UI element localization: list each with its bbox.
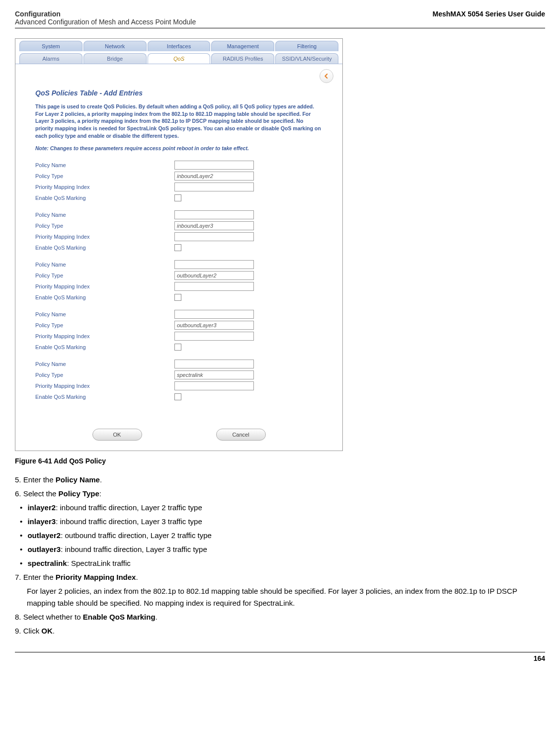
label-priority-mapping: Priority Mapping Index xyxy=(35,234,174,240)
checkbox-enable-qos[interactable] xyxy=(174,344,181,351)
step-6: 6. Select the Policy Type: xyxy=(15,488,545,500)
label-policy-type: Policy Type xyxy=(35,372,174,378)
label-policy-name: Policy Name xyxy=(35,162,174,168)
form-row-enable-qos: Enable QoS Marking xyxy=(35,243,322,253)
label-priority-mapping: Priority Mapping Index xyxy=(35,333,174,339)
bullet-rest: : inbound traffic direction, Layer 2 tra… xyxy=(56,503,202,512)
form-row-policy-name: Policy Name xyxy=(35,160,322,170)
input-policy-type[interactable] xyxy=(174,370,254,379)
form-row-policy-type: Policy Type xyxy=(35,320,322,330)
tab-qos[interactable]: QoS xyxy=(148,53,211,64)
tab-management[interactable]: Management xyxy=(211,41,274,51)
input-priority-mapping[interactable] xyxy=(174,182,254,191)
content-area: QoS Policies Table - Add Entries This pa… xyxy=(15,83,342,419)
checkbox-enable-qos[interactable] xyxy=(174,194,181,201)
input-priority-mapping[interactable] xyxy=(174,381,254,390)
form-row-enable-qos: Enable QoS Marking xyxy=(35,392,322,402)
label-policy-type: Policy Type xyxy=(35,322,174,328)
input-policy-type[interactable] xyxy=(174,321,254,330)
step-8-suffix: . xyxy=(156,613,158,621)
cancel-button[interactable]: Cancel xyxy=(216,429,266,441)
button-row: OK Cancel xyxy=(15,419,342,451)
bullet-outlayer3: outlayer3: inbound traffic direction, La… xyxy=(27,544,545,555)
input-priority-mapping[interactable] xyxy=(174,232,254,241)
label-enable-qos: Enable QoS Marking xyxy=(35,344,174,350)
step-9-prefix: 9. Click xyxy=(15,627,41,635)
bullet-bold: spectralink xyxy=(27,559,67,567)
input-policy-name[interactable] xyxy=(174,161,254,170)
tab-interfaces[interactable]: Interfaces xyxy=(148,41,211,51)
form-row-enable-qos: Enable QoS Marking xyxy=(35,342,322,352)
input-policy-type[interactable] xyxy=(174,172,254,181)
page-footer: 164 xyxy=(15,652,545,662)
policy-group: Policy Name Policy Type Priority Mapping… xyxy=(35,309,322,352)
input-priority-mapping[interactable] xyxy=(174,332,254,341)
step-7-bold: Priority Mapping Index xyxy=(56,573,136,581)
policy-group: Policy Name Policy Type Priority Mapping… xyxy=(35,260,322,302)
doc-steps: 5. Enter the Policy Name. 6. Select the … xyxy=(15,474,545,637)
step-6-suffix: : xyxy=(99,489,101,498)
step-6-prefix: 6. Select the xyxy=(15,489,59,498)
tab-ssid-vlan-security[interactable]: SSID/VLAN/Security xyxy=(275,53,338,64)
input-policy-name[interactable] xyxy=(174,360,254,368)
form-row-priority-mapping: Priority Mapping Index xyxy=(35,281,322,291)
bullet-rest: : inbound traffic direction, Layer 3 tra… xyxy=(56,517,202,526)
label-enable-qos: Enable QoS Marking xyxy=(35,294,174,300)
policy-group: Policy Name Policy Type Priority Mapping… xyxy=(35,359,322,402)
input-policy-type[interactable] xyxy=(174,221,254,230)
sub-tabs-row: Alarms Bridge QoS RADIUS Profiles SSID/V… xyxy=(15,51,342,64)
label-policy-type: Policy Type xyxy=(35,173,174,179)
step-5: 5. Enter the Policy Name. xyxy=(15,474,545,486)
checkbox-enable-qos[interactable] xyxy=(174,294,181,301)
step-5-prefix: 5. Enter the xyxy=(15,475,56,484)
input-policy-name[interactable] xyxy=(174,310,254,319)
step-5-suffix: . xyxy=(100,475,102,484)
step-8-bold: Enable QoS Marking xyxy=(83,613,156,621)
back-arrow-icon xyxy=(322,72,330,80)
tab-alarms[interactable]: Alarms xyxy=(19,53,82,64)
form-row-policy-type: Policy Type xyxy=(35,271,322,280)
label-enable-qos: Enable QoS Marking xyxy=(35,195,174,201)
form-row-policy-name: Policy Name xyxy=(35,309,322,319)
label-enable-qos: Enable QoS Marking xyxy=(35,394,174,400)
input-policy-name[interactable] xyxy=(174,260,254,269)
app-screenshot: System Network Interfaces Management Fil… xyxy=(15,38,343,451)
bullet-bold: inlayer2 xyxy=(27,503,56,512)
step-7-prefix: 7. Enter the xyxy=(15,573,56,581)
form-row-policy-type: Policy Type xyxy=(35,221,322,231)
bullet-bold: inlayer3 xyxy=(27,517,56,526)
policy-group: Policy Name Policy Type Priority Mapping… xyxy=(35,210,322,253)
tab-system[interactable]: System xyxy=(19,41,82,51)
checkbox-enable-qos[interactable] xyxy=(174,244,181,251)
form-row-policy-type: Policy Type xyxy=(35,171,322,181)
step-5-bold: Policy Name xyxy=(56,475,100,484)
bullet-rest: : SpectraLink traffic xyxy=(67,559,131,567)
step-7: 7. Enter the Priority Mapping Index. xyxy=(15,571,545,583)
form-row-priority-mapping: Priority Mapping Index xyxy=(35,182,322,192)
top-tabs-row: System Network Interfaces Management Fil… xyxy=(15,39,342,51)
tab-bridge[interactable]: Bridge xyxy=(83,53,147,64)
bullet-spectralink: spectralink: SpectraLink traffic xyxy=(27,557,545,569)
bullet-outlayer2: outlayer2: outbound traffic direction, L… xyxy=(27,530,545,542)
form-row-policy-name: Policy Name xyxy=(35,260,322,270)
form-row-priority-mapping: Priority Mapping Index xyxy=(35,232,322,242)
tab-radius-profiles[interactable]: RADIUS Profiles xyxy=(211,53,274,64)
form-row-enable-qos: Enable QoS Marking xyxy=(35,193,322,203)
header-left: Configuration Advanced Configuration of … xyxy=(15,10,196,26)
ok-button[interactable]: OK xyxy=(92,429,142,441)
header-right: MeshMAX 5054 Series User Guide xyxy=(433,10,545,18)
tab-network[interactable]: Network xyxy=(83,41,147,51)
step-7-detail: For layer 2 policies, an index from the … xyxy=(27,585,545,609)
input-policy-type[interactable] xyxy=(174,271,254,280)
header-subtitle: Advanced Configuration of Mesh and Acces… xyxy=(15,18,196,26)
input-policy-name[interactable] xyxy=(174,210,254,219)
back-button[interactable] xyxy=(320,69,333,83)
bullet-rest: : outbound traffic direction, Layer 2 tr… xyxy=(61,531,212,540)
checkbox-enable-qos[interactable] xyxy=(174,393,181,400)
tab-filtering[interactable]: Filtering xyxy=(275,41,338,51)
bullet-inlayer2: inlayer2: inbound traffic direction, Lay… xyxy=(27,502,545,514)
bullet-rest: : inbound traffic direction, Layer 3 tra… xyxy=(61,545,207,553)
policy-group: Policy Name Policy Type Priority Mapping… xyxy=(35,160,322,203)
content-description: This page is used to create QoS Policies… xyxy=(35,103,322,139)
input-priority-mapping[interactable] xyxy=(174,282,254,291)
